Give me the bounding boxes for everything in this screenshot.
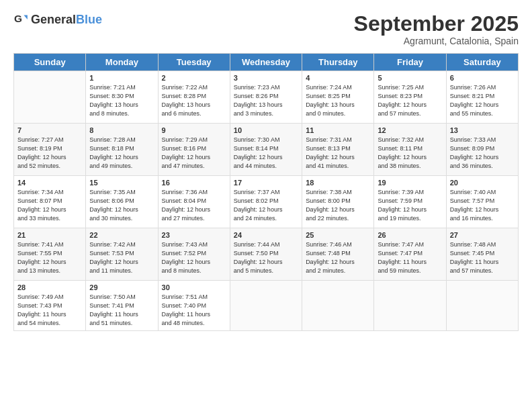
day-number: 25: [306, 231, 370, 239]
day-number: 16: [162, 179, 226, 187]
table-row: [230, 281, 302, 331]
main-title: September 2025: [354, 12, 519, 36]
day-number: 26: [378, 231, 442, 239]
logo: G GeneralBlue: [13, 12, 102, 27]
day-info: Sunrise: 7:32 AM Sunset: 8:11 PM Dayligh…: [378, 136, 442, 171]
day-info: Sunrise: 7:29 AM Sunset: 8:16 PM Dayligh…: [162, 136, 226, 171]
title-area: September 2025 Agramunt, Catalonia, Spai…: [354, 12, 519, 46]
day-number: 22: [89, 231, 154, 239]
day-number: 11: [306, 126, 370, 134]
calendar-header-row: Sunday Monday Tuesday Wednesday Thursday…: [14, 54, 519, 71]
day-info: Sunrise: 7:49 AM Sunset: 7:43 PM Dayligh…: [17, 293, 82, 328]
svg-marker-1: [24, 15, 28, 19]
day-number: 7: [17, 126, 82, 134]
day-number: 3: [234, 74, 298, 82]
day-number: 17: [234, 179, 298, 187]
table-row: 7Sunrise: 7:27 AM Sunset: 8:19 PM Daylig…: [14, 124, 86, 176]
day-info: Sunrise: 7:23 AM Sunset: 8:26 PM Dayligh…: [234, 83, 298, 118]
table-row: 25Sunrise: 7:46 AM Sunset: 7:48 PM Dayli…: [302, 228, 374, 281]
table-row: 1Sunrise: 7:21 AM Sunset: 8:30 PM Daylig…: [86, 71, 158, 124]
day-info: Sunrise: 7:36 AM Sunset: 8:04 PM Dayligh…: [162, 188, 226, 223]
day-info: Sunrise: 7:30 AM Sunset: 8:14 PM Dayligh…: [234, 136, 298, 171]
table-row: 18Sunrise: 7:38 AM Sunset: 8:00 PM Dayli…: [302, 176, 374, 228]
day-info: Sunrise: 7:40 AM Sunset: 7:57 PM Dayligh…: [450, 188, 515, 223]
table-row: [302, 281, 374, 331]
day-info: Sunrise: 7:28 AM Sunset: 8:18 PM Dayligh…: [89, 136, 154, 171]
day-number: 27: [450, 231, 515, 239]
day-number: 2: [162, 74, 226, 82]
day-info: Sunrise: 7:35 AM Sunset: 8:06 PM Dayligh…: [89, 188, 154, 223]
day-number: 9: [162, 126, 226, 134]
table-row: [14, 71, 86, 124]
day-info: Sunrise: 7:39 AM Sunset: 7:59 PM Dayligh…: [378, 188, 442, 223]
day-number: 6: [450, 74, 515, 82]
day-number: 12: [378, 126, 442, 134]
table-row: 24Sunrise: 7:44 AM Sunset: 7:50 PM Dayli…: [230, 228, 302, 281]
day-info: Sunrise: 7:21 AM Sunset: 8:30 PM Dayligh…: [89, 83, 154, 118]
day-info: Sunrise: 7:43 AM Sunset: 7:52 PM Dayligh…: [162, 240, 226, 275]
table-row: 26Sunrise: 7:47 AM Sunset: 7:47 PM Dayli…: [374, 228, 446, 281]
day-number: 4: [306, 74, 370, 82]
day-number: 15: [89, 179, 154, 187]
day-number: 8: [89, 126, 154, 134]
day-info: Sunrise: 7:26 AM Sunset: 8:21 PM Dayligh…: [450, 83, 515, 118]
header-sunday: Sunday: [14, 54, 86, 71]
day-number: 28: [17, 283, 82, 291]
table-row: 20Sunrise: 7:40 AM Sunset: 7:57 PM Dayli…: [446, 176, 518, 228]
day-number: 13: [450, 126, 515, 134]
day-number: 23: [162, 231, 226, 239]
table-row: 21Sunrise: 7:41 AM Sunset: 7:55 PM Dayli…: [14, 228, 86, 281]
table-row: 15Sunrise: 7:35 AM Sunset: 8:06 PM Dayli…: [86, 176, 158, 228]
header-friday: Friday: [374, 54, 446, 71]
day-info: Sunrise: 7:22 AM Sunset: 8:28 PM Dayligh…: [162, 83, 226, 118]
header-monday: Monday: [86, 54, 158, 71]
day-info: Sunrise: 7:42 AM Sunset: 7:53 PM Dayligh…: [89, 240, 154, 275]
day-info: Sunrise: 7:38 AM Sunset: 8:00 PM Dayligh…: [306, 188, 370, 223]
day-info: Sunrise: 7:41 AM Sunset: 7:55 PM Dayligh…: [17, 240, 82, 275]
day-info: Sunrise: 7:37 AM Sunset: 8:02 PM Dayligh…: [234, 188, 298, 223]
table-row: 27Sunrise: 7:48 AM Sunset: 7:45 PM Dayli…: [446, 228, 518, 281]
header-saturday: Saturday: [446, 54, 518, 71]
header-tuesday: Tuesday: [158, 54, 230, 71]
table-row: 28Sunrise: 7:49 AM Sunset: 7:43 PM Dayli…: [14, 281, 86, 331]
table-row: 29Sunrise: 7:50 AM Sunset: 7:41 PM Dayli…: [86, 281, 158, 331]
table-row: 4Sunrise: 7:24 AM Sunset: 8:25 PM Daylig…: [302, 71, 374, 124]
header: G GeneralBlue September 2025 Agramunt, C…: [13, 12, 519, 46]
table-row: 23Sunrise: 7:43 AM Sunset: 7:52 PM Dayli…: [158, 228, 230, 281]
day-number: 21: [17, 231, 82, 239]
day-info: Sunrise: 7:47 AM Sunset: 7:47 PM Dayligh…: [378, 240, 442, 275]
table-row: 5Sunrise: 7:25 AM Sunset: 8:23 PM Daylig…: [374, 71, 446, 124]
day-number: 19: [378, 179, 442, 187]
day-number: 5: [378, 74, 442, 82]
day-number: 29: [89, 283, 154, 291]
logo-icon: G: [13, 12, 28, 27]
day-info: Sunrise: 7:24 AM Sunset: 8:25 PM Dayligh…: [306, 83, 370, 118]
header-thursday: Thursday: [302, 54, 374, 71]
table-row: 16Sunrise: 7:36 AM Sunset: 8:04 PM Dayli…: [158, 176, 230, 228]
day-info: Sunrise: 7:50 AM Sunset: 7:41 PM Dayligh…: [89, 293, 154, 328]
table-row: 19Sunrise: 7:39 AM Sunset: 7:59 PM Dayli…: [374, 176, 446, 228]
svg-text:G: G: [14, 13, 22, 24]
day-info: Sunrise: 7:25 AM Sunset: 8:23 PM Dayligh…: [378, 83, 442, 118]
day-info: Sunrise: 7:27 AM Sunset: 8:19 PM Dayligh…: [17, 136, 82, 171]
table-row: 8Sunrise: 7:28 AM Sunset: 8:18 PM Daylig…: [86, 124, 158, 176]
day-number: 1: [89, 74, 154, 82]
day-info: Sunrise: 7:34 AM Sunset: 8:07 PM Dayligh…: [17, 188, 82, 223]
header-wednesday: Wednesday: [230, 54, 302, 71]
day-number: 10: [234, 126, 298, 134]
calendar-table: Sunday Monday Tuesday Wednesday Thursday…: [13, 53, 519, 331]
table-row: [446, 281, 518, 331]
day-info: Sunrise: 7:46 AM Sunset: 7:48 PM Dayligh…: [306, 240, 370, 275]
table-row: 2Sunrise: 7:22 AM Sunset: 8:28 PM Daylig…: [158, 71, 230, 124]
table-row: 22Sunrise: 7:42 AM Sunset: 7:53 PM Dayli…: [86, 228, 158, 281]
table-row: [374, 281, 446, 331]
logo-general: General: [31, 13, 76, 26]
day-info: Sunrise: 7:48 AM Sunset: 7:45 PM Dayligh…: [450, 240, 515, 275]
day-number: 30: [162, 283, 226, 291]
table-row: 11Sunrise: 7:31 AM Sunset: 8:13 PM Dayli…: [302, 124, 374, 176]
day-number: 18: [306, 179, 370, 187]
day-info: Sunrise: 7:51 AM Sunset: 7:40 PM Dayligh…: [162, 293, 226, 328]
subtitle: Agramunt, Catalonia, Spain: [354, 36, 519, 46]
day-number: 20: [450, 179, 515, 187]
day-info: Sunrise: 7:31 AM Sunset: 8:13 PM Dayligh…: [306, 136, 370, 171]
